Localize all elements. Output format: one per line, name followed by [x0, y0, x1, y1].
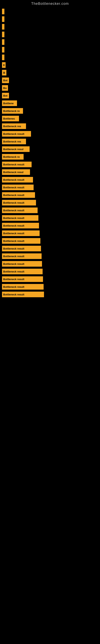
- bottleneck-bar: Bottleneck result: [2, 276, 43, 282]
- bottleneck-bar: Bottleneck result: [2, 208, 38, 213]
- bottleneck-bar: [2, 54, 4, 60]
- bottleneck-bar: Bottleneck result: [2, 269, 43, 274]
- bottleneck-bar: [2, 32, 4, 37]
- bar-row: [2, 24, 100, 30]
- bottleneck-bar: Bottleneck result: [2, 215, 38, 221]
- bar-row: Bottleneck result: [2, 276, 100, 282]
- bottleneck-bar: Bottlene: [2, 100, 17, 106]
- bar-row: [2, 39, 100, 45]
- bottleneck-bar: [2, 24, 4, 30]
- bar-row: Bo: [2, 85, 100, 91]
- bar-row: Bottleneck result: [2, 246, 100, 251]
- bar-row: Bottleneck result: [2, 162, 100, 167]
- bottleneck-bar: Bottlenec: [2, 116, 19, 121]
- bar-row: B: [2, 70, 100, 76]
- bottleneck-bar: [2, 47, 4, 52]
- bar-row: Bottleneck result: [2, 292, 100, 297]
- bottleneck-bar: Bottleneck result: [2, 192, 35, 198]
- bottleneck-bar: Bottleneck re: [2, 154, 24, 160]
- bar-row: E: [2, 62, 100, 68]
- bar-row: Bottleneck result: [2, 192, 100, 198]
- bar-row: [2, 16, 100, 22]
- bar-row: Bottleneck res: [2, 139, 100, 144]
- bar-row: Bottleneck result: [2, 131, 100, 137]
- bar-row: Bottleneck resul: [2, 169, 100, 175]
- bottleneck-bar: Bottleneck result: [2, 223, 39, 228]
- bottleneck-bar: Bottleneck resul: [2, 169, 30, 175]
- bottleneck-bar: E: [2, 62, 6, 68]
- bar-row: [2, 32, 100, 37]
- bottleneck-bar: Bottleneck result: [2, 284, 44, 290]
- site-title: TheBottlenecker.com: [0, 0, 100, 7]
- bar-row: Bot: [2, 78, 100, 83]
- bar-row: Bottleneck result: [2, 208, 100, 213]
- bottleneck-bar: Bot: [2, 93, 9, 98]
- bars-container: EBBotBoBotBottleneBottleneck reBottlenec…: [0, 7, 100, 301]
- bar-row: Bottleneck result: [2, 200, 100, 206]
- bottleneck-bar: Bottleneck resul: [2, 146, 30, 152]
- bar-row: Bottleneck re: [2, 154, 100, 160]
- bottleneck-bar: [2, 39, 4, 45]
- bar-row: Bottleneck result: [2, 177, 100, 182]
- bottleneck-bar: Bottleneck result: [2, 200, 36, 206]
- bar-row: Bottlene: [2, 100, 100, 106]
- bar-row: Bottleneck result: [2, 253, 100, 259]
- bar-row: Bottleneck result: [2, 230, 100, 236]
- bar-row: Bottleneck result: [2, 269, 100, 274]
- bar-row: Bottleneck result: [2, 184, 100, 190]
- bottleneck-bar: [2, 9, 4, 14]
- bar-row: Bottleneck result: [2, 223, 100, 228]
- bottleneck-bar: Bottleneck result: [2, 162, 32, 167]
- bottleneck-bar: Bottleneck result: [2, 131, 31, 137]
- bottleneck-bar: Bo: [2, 85, 8, 91]
- bottleneck-bar: B: [2, 70, 6, 76]
- bar-row: Bottleneck resul: [2, 146, 100, 152]
- bottleneck-bar: Bottleneck result: [2, 177, 33, 182]
- bottleneck-bar: Bottleneck res: [2, 139, 26, 144]
- bottleneck-bar: Bottleneck result: [2, 184, 34, 190]
- bar-row: [2, 9, 100, 14]
- bar-row: Bottleneck result: [2, 284, 100, 290]
- bar-row: [2, 54, 100, 60]
- bar-row: Bot: [2, 93, 100, 98]
- bottleneck-bar: Bottleneck result: [2, 253, 42, 259]
- bottleneck-bar: [2, 16, 4, 22]
- bottleneck-bar: Bot: [2, 78, 9, 83]
- bar-row: [2, 47, 100, 52]
- bottleneck-bar: Bottleneck result: [2, 261, 42, 267]
- bar-row: Bottleneck result: [2, 215, 100, 221]
- bar-row: Bottleneck result: [2, 261, 100, 267]
- bottleneck-bar: Bottleneck re: [2, 108, 23, 114]
- bar-row: Bottleneck re: [2, 108, 100, 114]
- bar-row: Bottleneck result: [2, 238, 100, 244]
- bar-row: Bottlenec: [2, 116, 100, 121]
- bar-row: Bottleneck res: [2, 123, 100, 129]
- bottleneck-bar: Bottleneck result: [2, 246, 41, 251]
- bottleneck-bar: Bottleneck result: [2, 238, 40, 244]
- bottleneck-bar: Bottleneck result: [2, 292, 44, 297]
- bottleneck-bar: Bottleneck result: [2, 230, 40, 236]
- bottleneck-bar: Bottleneck res: [2, 123, 26, 129]
